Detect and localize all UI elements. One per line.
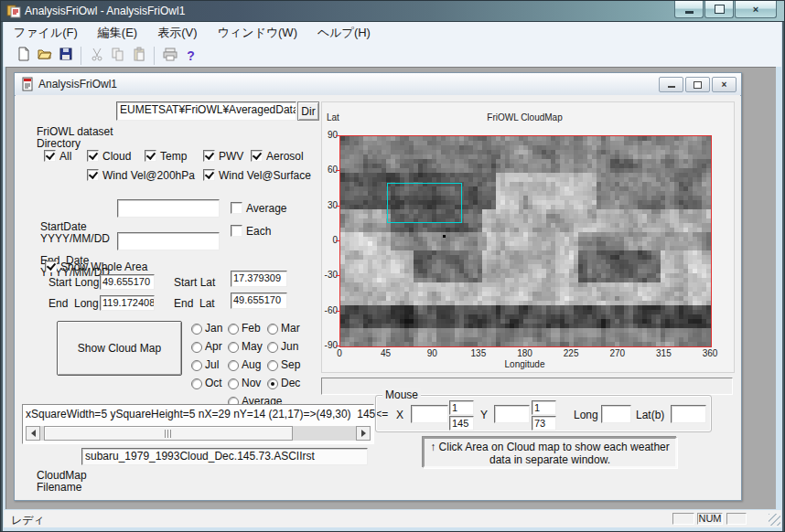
radio-month-jan[interactable] [191,324,202,335]
radio-month-jul-label: Jul [205,359,219,371]
dataset-directory-field[interactable]: EUMETSAT¥FriOWL¥AveragedData [116,101,296,121]
print-button[interactable] [159,46,180,66]
status-pane [672,513,694,525]
checkbox-cloud[interactable] [87,150,99,162]
checkbox-windvel-surface[interactable] [203,169,215,181]
new-document-icon [16,47,31,65]
mouse-x-field[interactable] [411,405,448,423]
left-arrow-icon [27,430,36,437]
mouse-y-field[interactable] [494,405,530,423]
start-long-field[interactable]: 49.655170 [100,274,155,290]
x-tick-label: 180 [517,348,532,358]
open-button[interactable] [34,46,55,66]
scroll-left-button[interactable] [26,426,40,441]
checkbox-pwv-label: PWV [219,151,243,163]
radio-month-sep[interactable] [267,360,278,371]
save-button[interactable] [55,46,76,66]
radio-month-aug[interactable] [228,360,239,371]
end-long-field[interactable]: 119.172408 [100,295,155,311]
y-tick-mark [336,135,340,136]
maximize-button[interactable] [704,1,734,18]
show-cloud-map-button[interactable]: Show Cloud Map [57,321,182,376]
x-tick-label: 45 [381,348,391,358]
radio-month-oct[interactable] [191,378,202,389]
cut-button[interactable] [86,46,107,66]
scroll-thumb[interactable] [44,426,293,441]
checkbox-average-label: Average [246,203,286,215]
menu-view[interactable]: 表示(V) [147,22,207,44]
minimize-icon [668,86,675,88]
right-arrow-icon [361,430,370,437]
radio-month-jun[interactable] [267,342,278,353]
radio-month-apr[interactable] [191,342,202,353]
menu-help[interactable]: ヘルプ(H) [307,22,381,44]
radio-month-dec[interactable] [267,378,278,389]
map-y-axis-label: Lat [327,112,339,122]
toolbar-separator [81,47,81,65]
menu-window[interactable]: ウィンドウ(W) [208,22,307,44]
status-hscrollbar[interactable] [26,426,371,441]
checkbox-average[interactable] [231,202,242,214]
resize-grip[interactable] [769,514,780,526]
end-date-field[interactable] [117,232,220,250]
radio-month-may[interactable] [228,342,239,353]
radio-month-jul[interactable] [191,360,202,371]
mouse-x-num-top-field[interactable]: 1 [449,400,474,415]
cloud-map-panel: Lat FriOWL CloudMap Longitude 0459013518… [321,101,735,373]
end-long-label: End Long [48,298,99,310]
instruction-line1: ↑ Click Area on Cloud map to show each w… [425,441,675,453]
map-x-axis-label: Longitude [339,359,710,369]
document-icon [20,77,35,91]
dir-button[interactable]: Dir [297,101,319,121]
radio-month-mar-label: Mar [281,323,300,335]
map-plot[interactable] [339,135,712,347]
radio-month-mar[interactable] [267,324,278,335]
menu-file[interactable]: ファイル(F) [4,22,88,44]
mouse-y-num-bottom-field[interactable]: 73 [532,416,556,431]
cloudmap-filename-label: CloudMapFilename [37,446,87,517]
child-minimize-button[interactable] [659,77,683,92]
child-close-button[interactable]: × [712,77,737,92]
checkbox-windvel-200hpa[interactable] [87,169,99,181]
start-date-field[interactable] [117,199,220,218]
paste-button[interactable] [128,46,149,66]
checkbox-show-whole-area-label: Show Whole Area [60,261,147,273]
menu-edit[interactable]: 編集(E) [88,22,147,44]
mouse-y-num-top-field[interactable]: 1 [532,400,556,415]
checkbox-all[interactable] [44,150,56,162]
open-folder-icon [38,47,52,65]
minimize-button[interactable] [674,1,704,18]
cloudmap-image[interactable] [340,136,711,346]
scroll-right-button[interactable] [356,426,371,441]
cloudmap-filename-field[interactable]: subaru_1979_1993Cloud_Dec.145.73.ASCIIrs… [81,448,368,465]
checkbox-temp[interactable] [145,150,156,162]
radio-month-apr-label: Apr [205,341,222,353]
checkbox-each[interactable] [231,225,242,237]
checkbox-aerosol-label: Aerosol [266,151,304,163]
checkbox-pwv[interactable] [203,150,215,162]
radio-month-feb-label: Feb [242,323,261,335]
new-document-button[interactable] [13,46,34,66]
end-lat-field[interactable]: 49.655170 [231,293,287,309]
checkbox-cloud-label: Cloud [102,151,131,163]
checkbox-show-whole-area[interactable] [45,261,57,272]
status-text-box: xSquareWidth=5 ySquareHeight=5 nX=29 nY=… [22,404,374,444]
copy-button[interactable] [107,46,128,66]
help-button[interactable]: ? [180,46,201,66]
paste-icon [132,47,146,65]
radio-month-nov[interactable] [228,378,239,389]
mouse-x-num-bottom-field[interactable]: 145 [449,416,474,431]
selection-rectangle[interactable] [387,183,462,223]
checkbox-aerosol[interactable] [251,150,263,162]
radio-month-oct-label: Oct [205,378,222,389]
mouse-lat-label: Lat(b) [636,410,664,421]
child-restore-button[interactable] [685,77,710,92]
close-button[interactable]: × [735,1,777,18]
mouse-lat-field[interactable] [671,405,706,423]
start-lat-field[interactable]: 17.379309 [231,271,287,287]
radio-month-feb[interactable] [228,324,239,335]
copy-icon [111,47,125,65]
x-tick-label: 225 [564,348,579,358]
x-tick-label: 360 [703,348,718,358]
mouse-long-field[interactable] [601,405,631,423]
